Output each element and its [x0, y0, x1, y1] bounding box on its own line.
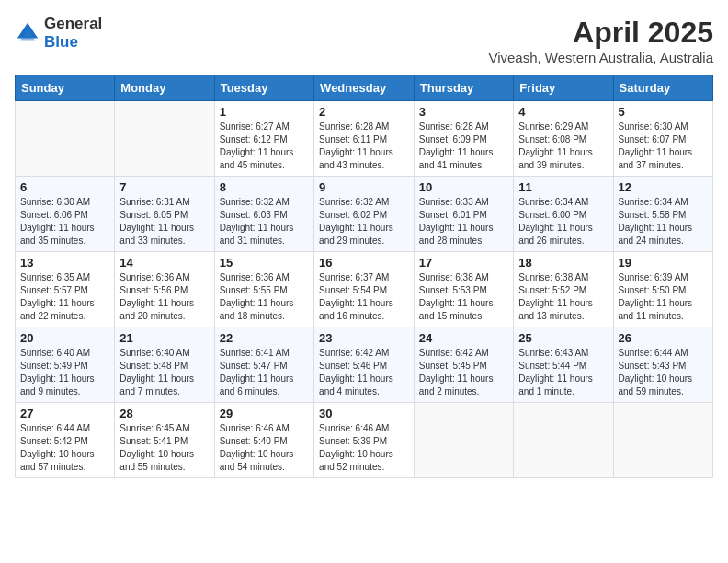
logo-blue: Blue: [44, 33, 102, 52]
calendar-header-saturday: Saturday: [613, 75, 713, 101]
day-info: Sunrise: 6:36 AM Sunset: 5:56 PM Dayligh…: [119, 271, 209, 323]
day-number: 21: [119, 331, 209, 345]
calendar-week-row: 1Sunrise: 6:27 AM Sunset: 6:12 PM Daylig…: [16, 101, 713, 177]
calendar-cell: 1Sunrise: 6:27 AM Sunset: 6:12 PM Daylig…: [214, 101, 313, 177]
day-number: 5: [619, 105, 709, 119]
calendar-header-tuesday: Tuesday: [214, 75, 313, 101]
calendar-cell: 12Sunrise: 6:34 AM Sunset: 5:58 PM Dayli…: [613, 177, 713, 252]
day-info: Sunrise: 6:28 AM Sunset: 6:11 PM Dayligh…: [319, 121, 409, 172]
calendar-cell: 28Sunrise: 6:45 AM Sunset: 5:41 PM Dayli…: [115, 403, 214, 478]
day-number: 9: [319, 180, 409, 194]
day-number: 15: [220, 256, 309, 270]
calendar-cell: 30Sunrise: 6:46 AM Sunset: 5:39 PM Dayli…: [314, 403, 415, 478]
day-number: 8: [220, 180, 309, 194]
day-number: 24: [419, 331, 508, 345]
day-info: Sunrise: 6:40 AM Sunset: 5:49 PM Dayligh…: [20, 347, 109, 398]
day-info: Sunrise: 6:40 AM Sunset: 5:48 PM Dayligh…: [119, 347, 209, 398]
day-info: Sunrise: 6:43 AM Sunset: 5:44 PM Dayligh…: [518, 347, 608, 398]
day-info: Sunrise: 6:42 AM Sunset: 5:46 PM Dayligh…: [319, 347, 409, 398]
calendar-header-sunday: Sunday: [16, 75, 115, 101]
day-number: 25: [518, 331, 608, 345]
day-number: 10: [419, 180, 508, 194]
day-number: 3: [419, 105, 508, 119]
day-info: Sunrise: 6:35 AM Sunset: 5:57 PM Dayligh…: [20, 271, 109, 323]
calendar-cell: 18Sunrise: 6:38 AM Sunset: 5:52 PM Dayli…: [514, 252, 613, 327]
day-info: Sunrise: 6:46 AM Sunset: 5:39 PM Dayligh…: [319, 422, 409, 474]
day-number: 30: [319, 407, 409, 420]
calendar-week-row: 20Sunrise: 6:40 AM Sunset: 5:49 PM Dayli…: [16, 327, 713, 403]
day-number: 26: [619, 331, 709, 345]
calendar-cell: 26Sunrise: 6:44 AM Sunset: 5:43 PM Dayli…: [613, 327, 713, 403]
day-number: 27: [20, 407, 109, 420]
calendar-table: SundayMondayTuesdayWednesdayThursdayFrid…: [15, 75, 713, 478]
day-number: 16: [319, 256, 409, 270]
calendar-cell: 6Sunrise: 6:30 AM Sunset: 6:06 PM Daylig…: [16, 177, 115, 252]
day-number: 28: [119, 407, 209, 420]
calendar-cell: 20Sunrise: 6:40 AM Sunset: 5:49 PM Dayli…: [16, 327, 115, 403]
day-info: Sunrise: 6:32 AM Sunset: 6:02 PM Dayligh…: [319, 196, 409, 247]
day-info: Sunrise: 6:38 AM Sunset: 5:52 PM Dayligh…: [518, 271, 608, 323]
day-number: 4: [518, 105, 608, 119]
calendar-header-wednesday: Wednesday: [314, 75, 415, 101]
day-info: Sunrise: 6:34 AM Sunset: 6:00 PM Dayligh…: [518, 196, 608, 247]
day-info: Sunrise: 6:44 AM Sunset: 5:43 PM Dayligh…: [619, 347, 709, 398]
calendar-header-row: SundayMondayTuesdayWednesdayThursdayFrid…: [16, 75, 713, 101]
day-info: Sunrise: 6:29 AM Sunset: 6:08 PM Dayligh…: [518, 121, 608, 172]
day-info: Sunrise: 6:44 AM Sunset: 5:42 PM Dayligh…: [20, 422, 109, 474]
day-number: 17: [419, 256, 508, 270]
day-number: 20: [20, 331, 109, 345]
day-number: 22: [220, 331, 309, 345]
main-title: April 2025: [488, 15, 713, 50]
calendar-cell: 3Sunrise: 6:28 AM Sunset: 6:09 PM Daylig…: [414, 101, 513, 177]
day-number: 2: [319, 105, 409, 119]
day-info: Sunrise: 6:30 AM Sunset: 6:06 PM Dayligh…: [20, 196, 109, 247]
calendar-cell: 24Sunrise: 6:42 AM Sunset: 5:45 PM Dayli…: [414, 327, 513, 403]
day-number: 29: [220, 407, 309, 420]
subtitle: Viveash, Western Australia, Australia: [488, 50, 713, 65]
calendar-cell: [115, 101, 214, 177]
calendar-header-friday: Friday: [514, 75, 613, 101]
calendar-cell: 13Sunrise: 6:35 AM Sunset: 5:57 PM Dayli…: [16, 252, 115, 327]
calendar-week-row: 6Sunrise: 6:30 AM Sunset: 6:06 PM Daylig…: [16, 177, 713, 252]
day-info: Sunrise: 6:32 AM Sunset: 6:03 PM Dayligh…: [220, 196, 309, 247]
calendar-cell: 7Sunrise: 6:31 AM Sunset: 6:05 PM Daylig…: [115, 177, 214, 252]
title-area: April 2025 Viveash, Western Australia, A…: [488, 15, 713, 65]
calendar-cell: 23Sunrise: 6:42 AM Sunset: 5:46 PM Dayli…: [314, 327, 415, 403]
logo: General Blue: [15, 15, 102, 52]
calendar-cell: 21Sunrise: 6:40 AM Sunset: 5:48 PM Dayli…: [115, 327, 214, 403]
day-number: 11: [518, 180, 608, 194]
calendar-cell: 15Sunrise: 6:36 AM Sunset: 5:55 PM Dayli…: [214, 252, 313, 327]
day-number: 18: [518, 256, 608, 270]
calendar-cell: 25Sunrise: 6:43 AM Sunset: 5:44 PM Dayli…: [514, 327, 613, 403]
day-info: Sunrise: 6:30 AM Sunset: 6:07 PM Dayligh…: [619, 121, 709, 172]
day-number: 7: [119, 180, 209, 194]
calendar-cell: 11Sunrise: 6:34 AM Sunset: 6:00 PM Dayli…: [514, 177, 613, 252]
calendar-cell: 10Sunrise: 6:33 AM Sunset: 6:01 PM Dayli…: [414, 177, 513, 252]
calendar-cell: 4Sunrise: 6:29 AM Sunset: 6:08 PM Daylig…: [514, 101, 613, 177]
calendar-cell: 14Sunrise: 6:36 AM Sunset: 5:56 PM Dayli…: [115, 252, 214, 327]
calendar-cell: 5Sunrise: 6:30 AM Sunset: 6:07 PM Daylig…: [613, 101, 713, 177]
day-number: 14: [119, 256, 209, 270]
calendar-week-row: 27Sunrise: 6:44 AM Sunset: 5:42 PM Dayli…: [16, 403, 713, 478]
calendar-cell: [16, 101, 115, 177]
logo-general: General: [44, 15, 102, 33]
header: General Blue April 2025 Viveash, Western…: [15, 15, 713, 65]
day-number: 1: [220, 105, 309, 119]
day-info: Sunrise: 6:42 AM Sunset: 5:45 PM Dayligh…: [419, 347, 508, 398]
day-info: Sunrise: 6:27 AM Sunset: 6:12 PM Dayligh…: [220, 121, 309, 172]
calendar-cell: 19Sunrise: 6:39 AM Sunset: 5:50 PM Dayli…: [613, 252, 713, 327]
logo-icon: [15, 20, 40, 46]
calendar-cell: [613, 403, 713, 478]
calendar-header-thursday: Thursday: [414, 75, 513, 101]
day-info: Sunrise: 6:38 AM Sunset: 5:53 PM Dayligh…: [419, 271, 508, 323]
day-info: Sunrise: 6:34 AM Sunset: 5:58 PM Dayligh…: [619, 196, 709, 247]
calendar-cell: 22Sunrise: 6:41 AM Sunset: 5:47 PM Dayli…: [214, 327, 313, 403]
calendar-cell: 2Sunrise: 6:28 AM Sunset: 6:11 PM Daylig…: [314, 101, 415, 177]
calendar-cell: 17Sunrise: 6:38 AM Sunset: 5:53 PM Dayli…: [414, 252, 513, 327]
day-info: Sunrise: 6:28 AM Sunset: 6:09 PM Dayligh…: [419, 121, 508, 172]
day-info: Sunrise: 6:36 AM Sunset: 5:55 PM Dayligh…: [220, 271, 309, 323]
day-number: 19: [619, 256, 709, 270]
calendar-cell: 16Sunrise: 6:37 AM Sunset: 5:54 PM Dayli…: [314, 252, 415, 327]
day-number: 6: [20, 180, 109, 194]
day-info: Sunrise: 6:46 AM Sunset: 5:40 PM Dayligh…: [220, 422, 309, 474]
